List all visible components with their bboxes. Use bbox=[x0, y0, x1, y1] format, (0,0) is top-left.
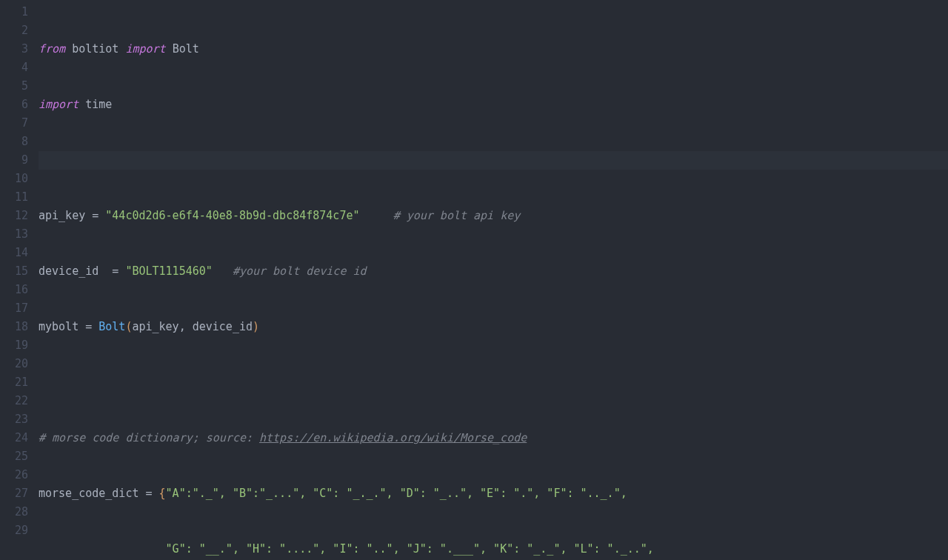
code-line-active[interactable] bbox=[39, 151, 948, 170]
line-number: 28 bbox=[0, 503, 28, 521]
code-line[interactable]: "G": "__.", "H": "....", "I": "..", "J":… bbox=[39, 540, 948, 559]
line-number: 7 bbox=[0, 114, 28, 133]
line-number: 18 bbox=[0, 318, 28, 336]
code-line[interactable]: mybolt = Bolt(api_key, device_id) bbox=[39, 318, 948, 336]
line-number: 22 bbox=[0, 392, 28, 410]
line-number: 3 bbox=[0, 40, 28, 59]
line-number: 15 bbox=[0, 262, 28, 281]
line-number: 16 bbox=[0, 281, 28, 299]
line-number: 9 bbox=[0, 151, 28, 170]
line-number-gutter: 1 2 3 4 5 6 7 8 9 10 11 12 13 14 15 16 1… bbox=[0, 0, 39, 560]
line-number: 21 bbox=[0, 373, 28, 392]
line-number: 6 bbox=[0, 96, 28, 114]
code-line[interactable]: morse_code_dict = {"A":"._", "B":"_...",… bbox=[39, 484, 948, 503]
line-number: 17 bbox=[0, 299, 28, 318]
line-number: 14 bbox=[0, 244, 28, 262]
line-number: 13 bbox=[0, 225, 28, 244]
line-number: 12 bbox=[0, 207, 28, 225]
line-number: 27 bbox=[0, 484, 28, 503]
code-line[interactable]: import time bbox=[39, 96, 948, 114]
line-number: 23 bbox=[0, 410, 28, 429]
line-number: 19 bbox=[0, 336, 28, 355]
code-line[interactable]: # morse code dictionary; source: https:/… bbox=[39, 429, 948, 447]
line-number: 11 bbox=[0, 188, 28, 207]
code-line[interactable]: device_id = "BOLT1115460" #your bolt dev… bbox=[39, 262, 948, 281]
line-number: 8 bbox=[0, 133, 28, 151]
line-number: 2 bbox=[0, 21, 28, 40]
code-line[interactable] bbox=[39, 373, 948, 392]
code-area[interactable]: from boltiot import Bolt import time api… bbox=[39, 0, 948, 560]
line-number: 1 bbox=[0, 3, 28, 21]
line-number: 20 bbox=[0, 355, 28, 373]
code-line[interactable]: from boltiot import Bolt bbox=[39, 40, 948, 59]
line-number: 5 bbox=[0, 77, 28, 96]
line-number: 29 bbox=[0, 521, 28, 540]
line-number: 10 bbox=[0, 170, 28, 188]
line-number: 4 bbox=[0, 59, 28, 77]
line-number: 26 bbox=[0, 466, 28, 484]
line-number: 25 bbox=[0, 447, 28, 466]
code-editor[interactable]: 1 2 3 4 5 6 7 8 9 10 11 12 13 14 15 16 1… bbox=[0, 0, 948, 560]
code-line[interactable]: api_key = "44c0d2d6-e6f4-40e8-8b9d-dbc84… bbox=[39, 207, 948, 225]
line-number: 24 bbox=[0, 429, 28, 447]
